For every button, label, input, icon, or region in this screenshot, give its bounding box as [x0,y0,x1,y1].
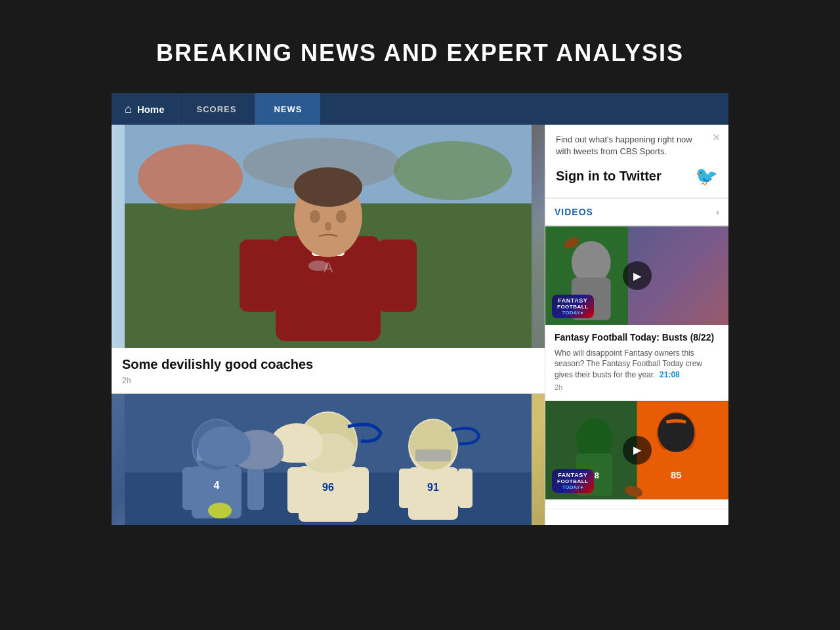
main-column: A [112,125,545,525]
svg-point-13 [310,210,320,223]
video-card-1[interactable]: 15 ▶ FANTASY FOOTBALL TODAY● Fantasy Foo… [545,226,728,401]
svg-text:15: 15 [677,293,688,304]
fantasy-badge-2: FANTASY FOOTBALL TODAY● [552,469,594,493]
hero-image-svg: A [112,125,545,348]
video-duration-1: 21:08 [660,370,680,379]
svg-rect-33 [408,467,458,520]
svg-rect-46 [662,276,704,322]
fantasy-badge-1: FANTASY FOOTBALL TODAY● [552,295,594,318]
svg-point-47 [663,238,702,280]
video-play-button-1[interactable]: ▶ [623,261,652,290]
videos-label: VIDEOS [555,207,593,217]
svg-rect-30 [307,446,349,461]
video-card-2[interactable]: 85 58 ▶ FANTASY FOOTBALL [545,401,728,509]
svg-rect-34 [399,469,413,508]
video-time-1: 2h [555,383,719,391]
svg-point-18 [192,419,242,474]
svg-point-39 [208,503,232,518]
sidebar: Find out what's happening right now with… [545,125,728,525]
second-image-svg: 4 96 [112,394,545,525]
second-article-image: 4 96 [112,394,545,525]
svg-point-14 [336,210,346,223]
svg-rect-37 [415,450,451,461]
twitter-panel: Find out what's happening right now with… [545,125,728,198]
svg-point-12 [294,167,362,207]
svg-rect-28 [350,467,369,513]
twitter-close-button[interactable]: ✕ [712,133,721,143]
svg-rect-10 [377,240,417,312]
hero-image: A [112,125,545,348]
videos-chevron-icon: › [716,207,719,217]
home-label: Home [137,104,165,115]
svg-rect-21 [247,467,264,510]
content-area: A [112,125,728,525]
home-icon: ⌂ [125,102,132,116]
svg-text:A: A [324,259,333,276]
hero-caption: Some devilishly good coaches 2h [112,348,545,393]
svg-text:4: 4 [214,480,220,491]
svg-rect-23 [197,448,236,461]
svg-rect-35 [458,469,472,508]
svg-point-45 [662,236,704,284]
twitter-bird-icon: 🐦 [695,165,718,187]
home-nav-item[interactable]: ⌂ Home [112,93,178,125]
video-info-1: Fantasy Football Today: Busts (8/22) Who… [545,325,728,391]
svg-point-22 [193,420,240,470]
svg-rect-9 [240,240,279,312]
svg-text:91: 91 [427,482,439,493]
videos-section-header[interactable]: VIDEOS › [545,198,728,226]
hero-article[interactable]: A [112,125,545,394]
video-thumbnail-2[interactable]: 85 58 ▶ FANTASY FOOTBALL [545,401,728,499]
video-thumbnail-1[interactable]: 15 ▶ FANTASY FOOTBALL TODAY● [545,226,728,325]
video-title-1: Fantasy Football Today: Busts (8/22) [555,331,719,343]
svg-rect-26 [299,466,358,522]
svg-text:96: 96 [322,482,334,493]
main-container: ⌂ Home SCORES NEWS [112,93,728,525]
hero-article-title: Some devilishly good coaches [122,357,534,372]
svg-point-36 [410,420,457,470]
nav-tabs: SCORES NEWS [178,93,321,125]
tab-news[interactable]: NEWS [255,93,320,125]
twitter-description: Find out what's happening right now with… [556,134,718,158]
svg-point-29 [300,413,356,471]
svg-rect-27 [287,467,306,513]
page-title: BREAKING NEWS AND EXPERT ANALYSIS [156,39,684,67]
twitter-signin-button[interactable]: Sign in to Twitter 🐦 [556,165,718,187]
svg-point-2 [138,144,243,210]
video-desc-1: Who will disappoint Fantasy owners this … [555,348,719,381]
second-article[interactable]: 4 96 [112,394,545,525]
hero-article-time: 2h [122,376,534,385]
tab-scores[interactable]: SCORES [178,93,255,125]
twitter-signin-label: Sign in to Twitter [556,169,662,184]
svg-rect-20 [182,467,199,510]
svg-point-54 [658,413,694,452]
nav-bar: ⌂ Home SCORES NEWS [112,93,728,125]
video-play-button-2[interactable]: ▶ [623,436,652,465]
svg-point-4 [394,141,512,200]
svg-text:85: 85 [671,469,682,480]
svg-point-15 [325,222,331,231]
